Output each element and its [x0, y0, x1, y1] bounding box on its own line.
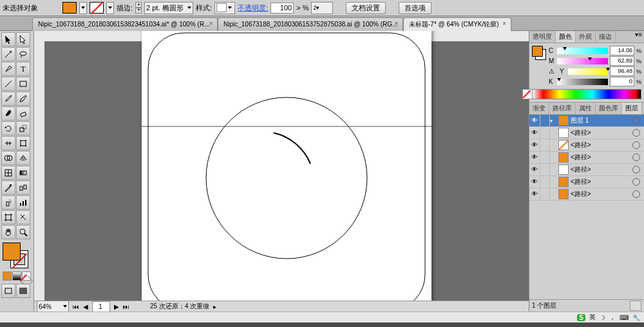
color-spectrum[interactable]	[532, 89, 641, 99]
close-icon[interactable]: ×	[393, 20, 400, 27]
slice-tool[interactable]	[16, 210, 30, 224]
cyan-slider[interactable]	[557, 48, 608, 54]
visibility-toggle[interactable]: 👁	[529, 139, 540, 151]
free-transform-tool[interactable]	[16, 136, 30, 150]
target-icon[interactable]	[632, 166, 640, 173]
lasso-tool[interactable]	[16, 47, 30, 61]
column-graph-tool[interactable]	[16, 195, 30, 210]
stroke-dropdown[interactable]	[106, 2, 114, 14]
canvas[interactable]	[44, 41, 529, 301]
selection-tool[interactable]	[1, 32, 15, 46]
tray-comma-icon[interactable]: ，	[609, 313, 616, 322]
layer-row[interactable]: 👁<路径>	[529, 127, 644, 139]
eyedropper-tool[interactable]	[1, 181, 15, 195]
tab-color[interactable]: 颜色	[556, 31, 576, 43]
target-icon[interactable]	[632, 154, 640, 161]
graphic-style-dropdown[interactable]	[214, 2, 235, 14]
close-icon[interactable]: ×	[501, 20, 508, 27]
layer-row[interactable]: 👁<路径>	[529, 188, 644, 201]
screen-mode-full[interactable]	[16, 284, 30, 298]
tab-gradient[interactable]: 渐变	[529, 103, 549, 114]
color-mode-buttons[interactable]	[3, 272, 31, 281]
paintbrush-tool[interactable]	[1, 92, 15, 106]
hand-tool[interactable]	[1, 225, 15, 239]
ime-lang[interactable]: 英	[589, 313, 596, 322]
width-tool[interactable]	[1, 136, 15, 150]
fill-swatch[interactable]	[62, 2, 77, 14]
black-slider[interactable]	[557, 79, 608, 85]
tab-transparency[interactable]: 透明度	[529, 31, 556, 43]
artboard-number[interactable]: 1	[92, 301, 110, 312]
layer-row[interactable]: 👁<路径>	[529, 164, 644, 176]
opacity-label[interactable]: 不透明度:	[238, 3, 268, 13]
rectangle-tool[interactable]	[16, 77, 30, 91]
zoom-tool[interactable]	[16, 225, 30, 239]
opacity-extra[interactable]: 2▾	[311, 2, 333, 14]
ime-icon[interactable]: S	[577, 314, 585, 321]
tab-stroke[interactable]: 描边	[596, 31, 616, 43]
magic-wand-tool[interactable]	[1, 47, 15, 61]
tray-tool-icon[interactable]: 🔧	[632, 314, 640, 321]
visibility-toggle[interactable]: 👁	[529, 176, 540, 188]
target-icon[interactable]	[632, 178, 640, 186]
preferences-button[interactable]: 首选项	[399, 2, 431, 14]
ruler-origin[interactable]	[34, 31, 45, 42]
tab-swatches[interactable]: 颜色库	[596, 103, 622, 114]
target-icon[interactable]	[632, 117, 640, 124]
blob-brush-tool[interactable]	[1, 106, 15, 121]
layer-row[interactable]: 👁<路径>	[529, 139, 644, 152]
tab-attributes[interactable]: 属性	[576, 103, 596, 114]
blend-tool[interactable]	[16, 181, 30, 195]
pen-tool[interactable]	[1, 62, 15, 76]
tray-moon-icon[interactable]: ☽	[600, 314, 605, 321]
gradient-tool[interactable]	[16, 166, 30, 180]
artboard-nav-last[interactable]: ⏭	[123, 303, 129, 310]
document-setup-button[interactable]: 文档设置	[346, 2, 386, 14]
artboard-tool[interactable]	[1, 210, 15, 224]
stroke-weight-spinner[interactable]: ▴▾	[135, 2, 142, 14]
artboard-nav-next[interactable]: ▶	[114, 303, 119, 310]
zoom-dropdown[interactable]: 64%	[37, 301, 69, 312]
tray-keyboard-icon[interactable]: ⌨	[620, 314, 629, 321]
perspective-grid-tool[interactable]	[16, 151, 30, 165]
shape-builder-tool[interactable]	[1, 151, 15, 165]
visibility-toggle[interactable]: 👁	[529, 164, 540, 175]
opacity-field[interactable]: 100	[270, 3, 294, 14]
pencil-tool[interactable]	[16, 92, 30, 106]
locate-object-icon[interactable]	[630, 301, 641, 311]
direct-selection-tool[interactable]	[16, 32, 30, 46]
symbol-sprayer-tool[interactable]	[1, 195, 15, 210]
lock-toggle[interactable]	[540, 115, 550, 126]
stroke-swatch-none[interactable]	[90, 2, 104, 14]
tab-pathfinder[interactable]: 路径库	[549, 103, 576, 114]
ruler-vertical[interactable]	[34, 41, 45, 312]
layer-row[interactable]: 👁<路径>	[529, 152, 644, 164]
target-icon[interactable]	[632, 129, 640, 137]
line-tool[interactable]	[1, 77, 15, 91]
panel-menu-icon[interactable]: ▾≡	[633, 31, 644, 43]
rotate-tool[interactable]	[1, 121, 15, 135]
artboard[interactable]	[142, 31, 431, 312]
visibility-toggle[interactable]: 👁	[529, 188, 540, 200]
layer-name[interactable]: 图层 1	[571, 116, 589, 125]
stroke-weight-field[interactable]: 2 pt. 椭圆形	[144, 2, 193, 14]
visibility-toggle[interactable]: 👁	[529, 115, 540, 126]
yellow-slider[interactable]	[568, 68, 608, 75]
visibility-toggle[interactable]: 👁	[529, 127, 540, 139]
close-icon[interactable]: ×	[207, 20, 214, 27]
eraser-tool[interactable]	[16, 106, 30, 121]
tab-appearance[interactable]: 外观	[576, 31, 596, 43]
scale-tool[interactable]	[16, 121, 30, 135]
magenta-slider[interactable]	[557, 58, 608, 64]
screen-mode-normal[interactable]	[1, 284, 15, 298]
document-tab[interactable]: Nipic_10673188_20180306153752875038.ai @…	[218, 17, 403, 31]
target-icon[interactable]	[632, 190, 640, 198]
visibility-toggle[interactable]: 👁	[529, 152, 540, 163]
color-fill-stroke[interactable]	[532, 46, 546, 60]
tab-layers[interactable]: 图层	[622, 103, 642, 114]
type-tool[interactable]: T	[16, 62, 30, 76]
target-icon[interactable]	[632, 141, 640, 149]
out-of-gamut-icon[interactable]: ⚠	[549, 68, 558, 75]
artboard-nav-prev[interactable]: ◀	[83, 303, 88, 310]
fill-stroke-indicator[interactable]	[3, 243, 28, 268]
